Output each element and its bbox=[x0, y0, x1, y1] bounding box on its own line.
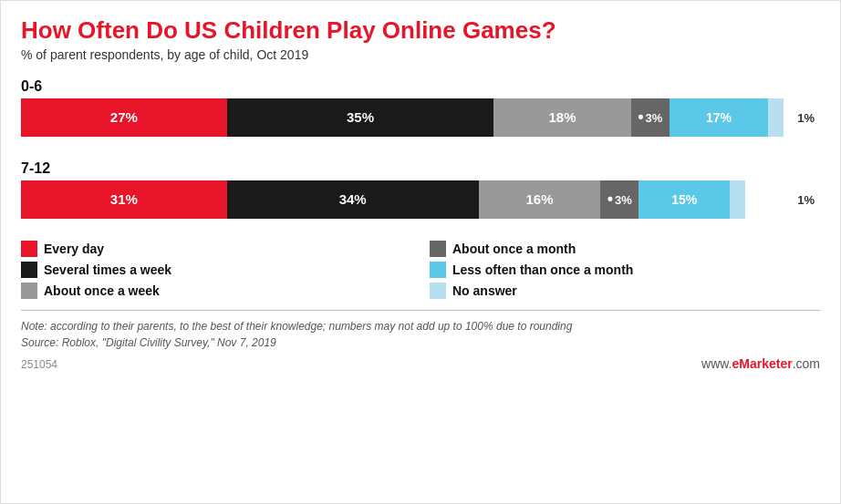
segment-once-week-7-12: 16% bbox=[479, 180, 601, 219]
legend-box-several bbox=[21, 262, 37, 278]
segment-no-answer-7-12 bbox=[730, 180, 745, 219]
segment-everyday-0-6: 27% bbox=[21, 98, 227, 137]
legend-box-no-answer bbox=[430, 283, 446, 299]
legend-label-everyday: Every day bbox=[44, 242, 104, 256]
chart-group-7-12: 7-12 31% 34% 16% 3% 15% bbox=[21, 160, 820, 219]
segment-several-0-6: 35% bbox=[227, 98, 494, 137]
age-label-7-12: 7-12 bbox=[21, 160, 820, 177]
legend-box-once-week bbox=[21, 283, 37, 299]
chart-footer: 251054 www.eMarketer.com bbox=[21, 356, 820, 371]
legend-item-everyday: Every day bbox=[21, 241, 411, 257]
bar-row-7-12: 31% 34% 16% 3% 15% bbox=[21, 180, 784, 219]
segment-once-month-7-12: 3% bbox=[600, 180, 639, 219]
legend-label-several: Several times a week bbox=[44, 262, 171, 277]
legend-label-less-often: Less often than once a month bbox=[452, 262, 633, 277]
age-label-0-6: 0-6 bbox=[21, 78, 820, 95]
end-label-7-12: 1% bbox=[797, 192, 815, 206]
segment-less-often-7-12: 15% bbox=[639, 180, 730, 219]
chart-id: 251054 bbox=[21, 358, 57, 371]
legend-item-several: Several times a week bbox=[21, 262, 411, 278]
legend-label-once-month: About once a month bbox=[452, 242, 576, 256]
end-label-0-6: 1% bbox=[797, 110, 815, 124]
chart-container: How Often Do US Children Play Online Gam… bbox=[0, 0, 841, 504]
segment-everyday-7-12: 31% bbox=[21, 180, 227, 219]
segment-once-month-0-6: 3% bbox=[631, 98, 670, 137]
legend-item-no-answer: No answer bbox=[430, 283, 820, 299]
segment-no-answer-0-6 bbox=[768, 98, 784, 137]
legend-box-less-often bbox=[430, 262, 446, 278]
chart-note: Note: according to their parents, to the… bbox=[21, 310, 820, 351]
legend-item-once-month: About once a month bbox=[430, 241, 820, 257]
segment-once-week-0-6: 18% bbox=[493, 98, 630, 137]
emarketer-logo: www.eMarketer.com bbox=[701, 356, 820, 371]
legend-item-once-week: About once a week bbox=[21, 283, 411, 299]
chart-group-0-6: 0-6 27% 35% 18% 3% 17% bbox=[21, 78, 820, 137]
segment-several-7-12: 34% bbox=[227, 180, 479, 219]
legend-label-once-week: About once a week bbox=[44, 283, 160, 298]
legend: Every day About once a month Several tim… bbox=[21, 241, 820, 299]
chart-title: How Often Do US Children Play Online Gam… bbox=[21, 17, 820, 45]
legend-item-less-often: Less often than once a month bbox=[430, 262, 820, 278]
segment-less-often-0-6: 17% bbox=[670, 98, 769, 137]
legend-box-once-month bbox=[430, 241, 446, 257]
chart-subtitle: % of parent respondents, by age of child… bbox=[21, 47, 820, 62]
legend-box-everyday bbox=[21, 241, 37, 257]
bar-row-0-6: 27% 35% 18% 3% 17% bbox=[21, 98, 784, 137]
legend-label-no-answer: No answer bbox=[452, 283, 517, 298]
